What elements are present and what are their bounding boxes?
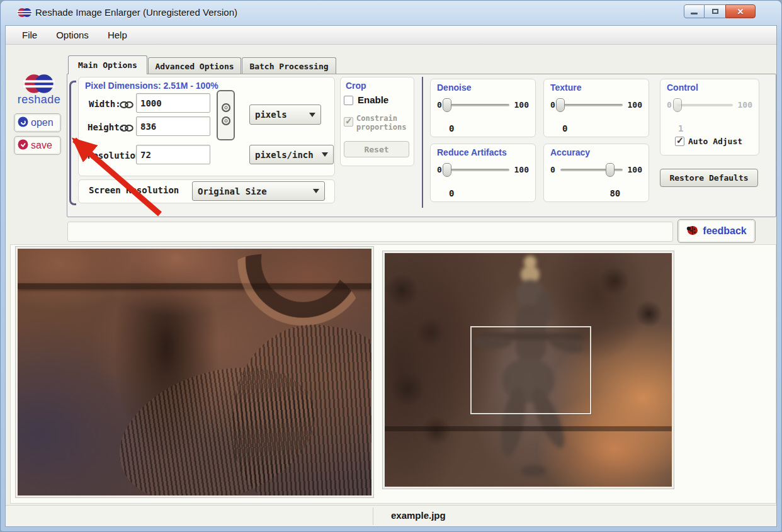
reduce-artifacts-panel: Reduce Artifacts 0 100 0 (430, 144, 536, 202)
status-divider (373, 507, 373, 525)
height-input[interactable] (136, 116, 210, 136)
accuracy-max-label: 100 (628, 165, 642, 174)
maximize-icon (712, 9, 718, 14)
crop-reset-button[interactable]: Reset (344, 141, 409, 157)
denoise-min-label: 0 (437, 100, 442, 110)
carving-ridges (220, 315, 373, 497)
status-filename: example.jpg (391, 510, 446, 521)
pixel-dimensions-bracket (69, 81, 76, 205)
width-input[interactable] (136, 93, 210, 113)
restore-defaults-button[interactable]: Restore Defaults (660, 169, 758, 187)
feedback-button-label: feedback (703, 225, 746, 237)
resolution-label: Resolution (88, 150, 140, 161)
app-icon (17, 7, 32, 21)
minimize-icon (691, 13, 698, 14)
open-button-label: open (31, 117, 54, 128)
texture-slider[interactable] (560, 104, 623, 106)
accuracy-header: Accuracy (544, 144, 649, 157)
maximize-button[interactable] (705, 4, 725, 18)
open-button[interactable]: open (14, 113, 61, 132)
menu-help[interactable]: Help (100, 28, 135, 42)
auto-adjust-checkbox[interactable] (675, 137, 684, 146)
texture-value: 0 (562, 123, 567, 133)
control-min-label: 0 (667, 100, 672, 110)
menu-options[interactable]: Options (48, 28, 96, 42)
close-icon: ✕ (737, 7, 744, 16)
caret-down-icon (309, 113, 315, 117)
width-chain-link-icon (120, 100, 133, 111)
save-icon (18, 139, 28, 152)
accuracy-min-label: 0 (550, 165, 555, 174)
screen-resolution-value: Original Size (198, 186, 267, 196)
pixel-dimensions-header: Pixel Dimensions: 2.51M - 100% (79, 77, 334, 91)
height-chain-link-icon (120, 123, 133, 135)
screen-resolution-label: Screen Resolution (89, 185, 179, 195)
denoise-value: 0 (449, 123, 454, 133)
group-separator (422, 77, 423, 208)
zoom-selection-rectangle[interactable] (470, 326, 591, 414)
texture-slider-thumb[interactable] (556, 98, 565, 112)
width-label: Width: (89, 99, 121, 109)
reduce-artifacts-slider[interactable] (447, 169, 509, 171)
control-header: Control (660, 79, 759, 93)
denoise-slider-thumb[interactable] (443, 98, 451, 112)
status-bar: example.jpg (6, 505, 776, 526)
caret-down-icon (322, 152, 328, 157)
texture-panel: Texture 0 100 0 (543, 79, 649, 137)
crop-enable-checkbox[interactable] (344, 96, 353, 105)
accuracy-panel: Accuracy 0 100 80 (543, 144, 649, 202)
menu-bar: File Options Help (6, 26, 776, 45)
tab-main-options[interactable]: Main Options (68, 55, 147, 74)
tab-batch-processing[interactable]: Batch Processing (242, 57, 336, 74)
control-value: 1 (678, 123, 683, 133)
denoise-max-label: 100 (514, 100, 529, 110)
stone-joint (385, 426, 672, 431)
constrain-proportions-checkbox[interactable] (344, 117, 353, 127)
denoise-panel: Denoise 0 100 0 (430, 79, 536, 137)
size-unit-dropdown[interactable]: pixels (249, 105, 321, 125)
control-slider[interactable] (677, 104, 733, 106)
texture-max-label: 100 (628, 100, 642, 110)
resolution-unit-value: pixels/inch (255, 150, 314, 160)
resolution-unit-dropdown[interactable]: pixels/inch (249, 145, 334, 164)
control-slider-thumb[interactable] (673, 98, 682, 112)
texture-min-label: 0 (550, 100, 555, 110)
aspect-link-bracket-icon[interactable] (217, 90, 235, 140)
reduce-artifacts-value: 0 (449, 188, 454, 198)
open-icon (18, 116, 28, 130)
tab-advanced-options[interactable]: Advanced Options (148, 57, 241, 74)
constrain-proportions-label: Constrain proportions (356, 114, 412, 132)
accuracy-slider-thumb[interactable] (606, 163, 615, 177)
screen-resolution-dropdown[interactable]: Original Size (192, 181, 325, 201)
control-max-label: 100 (738, 100, 752, 110)
reduce-artifacts-min-label: 0 (437, 165, 442, 174)
reduce-artifacts-header: Reduce Artifacts (431, 144, 535, 157)
save-button[interactable]: save (14, 136, 61, 155)
menu-file[interactable]: File (14, 28, 45, 42)
reshade-wordmark: reshade (11, 93, 67, 106)
window-controls: ✕ (684, 4, 756, 18)
close-button[interactable]: ✕ (725, 4, 756, 18)
zoom-preview-image[interactable] (16, 247, 373, 497)
denoise-slider[interactable] (447, 104, 509, 106)
crop-enable-label: Enable (358, 94, 388, 105)
ladybug-icon (686, 225, 698, 238)
reduce-artifacts-slider-thumb[interactable] (443, 163, 451, 177)
denoise-header: Denoise (431, 79, 535, 93)
feedback-button[interactable]: feedback (677, 219, 756, 243)
size-unit-value: pixels (255, 110, 287, 120)
crop-header: Crop (341, 77, 414, 91)
caret-down-icon (313, 189, 319, 193)
full-preview-image[interactable] (383, 251, 674, 489)
auto-adjust-label: Auto Adjust (688, 137, 742, 146)
reduce-artifacts-max-label: 100 (514, 165, 529, 174)
progress-bar (67, 222, 673, 242)
accuracy-value: 80 (609, 188, 620, 198)
reshade-window: Reshade Image Enlarger (Unregistered Ver… (0, 0, 782, 532)
save-button-label: save (31, 140, 52, 151)
texture-header: Texture (544, 79, 649, 93)
accuracy-slider[interactable] (560, 169, 623, 171)
resolution-input[interactable] (136, 145, 210, 164)
minimize-button[interactable] (684, 4, 705, 18)
window-title: Reshade Image Enlarger (Unregistered Ver… (35, 7, 237, 18)
